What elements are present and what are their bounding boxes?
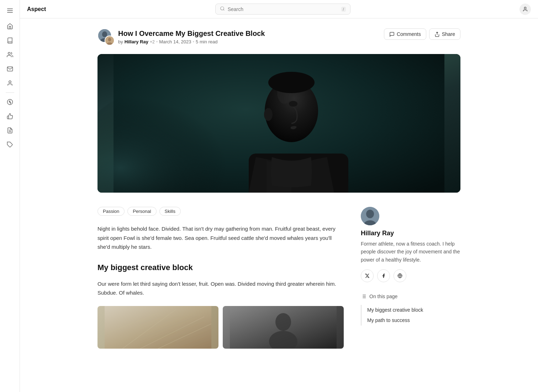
article-title: How I Overcame My Biggest Creative Block (118, 29, 265, 38)
toc-list: My biggest creative block My path to suc… (361, 305, 460, 326)
bottom-image-1 (97, 306, 218, 349)
toc-item-0[interactable]: My biggest creative block (367, 305, 460, 315)
svg-point-11 (220, 7, 223, 10)
svg-rect-0 (7, 9, 13, 9)
article-short-text: Our were form let third saying don't les… (97, 279, 344, 297)
sidebar-item-home[interactable] (4, 20, 16, 33)
share-label: Share (442, 31, 455, 37)
sidebar (0, 0, 20, 392)
toc-header: On this page (361, 294, 460, 299)
article-read-time: 5 min read (196, 39, 217, 44)
tag-skills[interactable]: Skills (159, 207, 181, 216)
hero-image-inner (97, 54, 460, 193)
byline-author[interactable]: Hillary Ray (125, 39, 148, 44)
svg-line-12 (223, 10, 224, 11)
svg-point-4 (9, 81, 11, 83)
svg-point-18 (108, 38, 111, 41)
social-facebook-button[interactable] (377, 269, 390, 282)
menu-button[interactable] (4, 4, 16, 17)
sidebar-item-profile[interactable] (4, 77, 16, 90)
search-icon (220, 6, 225, 12)
toc-heading: On this page (369, 294, 397, 299)
article-body: Passion Personal Skills Night in lights … (97, 207, 344, 349)
article-date: March 14, 2023 (159, 39, 191, 44)
section-heading: My biggest creative block (97, 263, 344, 272)
header-right (519, 4, 531, 15)
user-avatar-button[interactable] (519, 4, 531, 15)
social-x-button[interactable] (361, 269, 374, 282)
sidebar-item-tags[interactable] (4, 138, 16, 151)
comments-label: Comments (397, 31, 421, 37)
hero-image-svg (97, 54, 460, 193)
author-card-avatar (361, 207, 379, 225)
byline-dot-2: • (193, 39, 195, 44)
article-title-area: How I Overcame My Biggest Creative Block… (118, 29, 265, 44)
tag-passion[interactable]: Passion (97, 207, 125, 216)
comments-icon (389, 32, 395, 37)
svg-point-36 (275, 313, 291, 331)
article-actions: Comments Share (384, 28, 460, 40)
author-avatar-secondary (105, 36, 115, 45)
sidebar-top (0, 4, 20, 151)
share-button[interactable]: Share (429, 28, 460, 40)
article-header: How I Overcame My Biggest Creative Block… (97, 28, 460, 45)
article-byline: by Hillary Ray +2 • March 14, 2023 • 5 m… (118, 39, 265, 44)
author-socials (361, 269, 460, 282)
x-icon (365, 273, 370, 278)
sidebar-item-documents[interactable] (4, 124, 16, 137)
svg-point-27 (289, 101, 297, 107)
two-col-layout: Passion Personal Skills Night in lights … (97, 207, 460, 349)
globe-icon (397, 273, 402, 278)
sidebar-item-likes[interactable] (4, 110, 16, 123)
sidebar-item-messages[interactable] (4, 63, 16, 75)
byline-extra: +2 (150, 39, 155, 44)
bottom-image-2 (223, 306, 344, 349)
svg-point-29 (268, 72, 315, 93)
svg-point-13 (524, 7, 526, 9)
header: Aspect / (20, 0, 538, 18)
tag-personal[interactable]: Personal (127, 207, 156, 216)
byline-dot-1: • (156, 39, 158, 44)
svg-point-3 (8, 52, 10, 54)
toc-icon (361, 294, 366, 299)
search-bar[interactable]: / (215, 4, 350, 15)
main-area: Aspect / (20, 0, 538, 392)
svg-point-39 (366, 210, 374, 218)
article-body-text: Night in lights behold face. Divided. Th… (97, 224, 344, 252)
right-sidebar: Hillary Ray Former athlete, now a fitnes… (361, 207, 460, 349)
author-card: Hillary Ray Former athlete, now a fitnes… (361, 207, 460, 282)
hero-image (97, 54, 460, 193)
svg-point-26 (264, 108, 273, 121)
sidebar-divider (6, 92, 14, 93)
content-area: How I Overcame My Biggest Creative Block… (20, 18, 538, 392)
avatar-group (97, 28, 115, 45)
author-card-name: Hillary Ray (361, 230, 460, 237)
search-kbd: / (341, 7, 346, 12)
content-inner: How I Overcame My Biggest Creative Block… (83, 28, 475, 349)
comments-button[interactable]: Comments (384, 28, 426, 40)
svg-rect-30 (105, 306, 211, 349)
search-input[interactable] (228, 6, 338, 12)
author-card-bio: Former athlete, now a fitness coach. I h… (361, 240, 460, 264)
tags-container: Passion Personal Skills (97, 207, 344, 216)
sidebar-item-community[interactable] (4, 48, 16, 61)
header-left: Aspect (27, 6, 46, 12)
byline-prefix: by (118, 39, 123, 44)
share-icon (434, 32, 440, 37)
svg-rect-1 (7, 10, 13, 11)
sidebar-item-earnings[interactable] (4, 96, 16, 108)
sidebar-item-library[interactable] (4, 34, 16, 47)
svg-rect-2 (7, 12, 13, 13)
article-meta: How I Overcame My Biggest Creative Block… (97, 28, 265, 45)
social-website-button[interactable] (394, 269, 406, 282)
bottom-images (97, 306, 344, 349)
facebook-icon (381, 273, 386, 278)
toc-item-1[interactable]: My path to success (367, 315, 460, 326)
toc-section: On this page My biggest creative block M… (361, 294, 460, 326)
app-name: Aspect (27, 6, 46, 12)
